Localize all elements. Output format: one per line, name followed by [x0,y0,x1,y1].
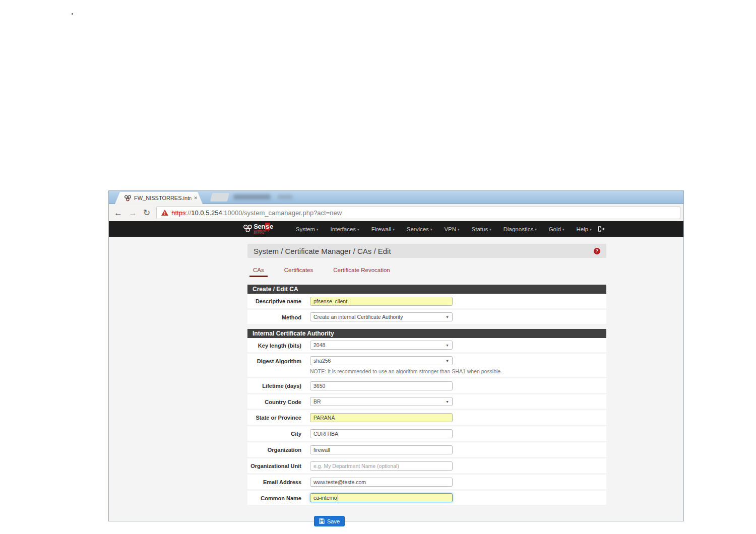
tab-cas[interactable]: CAs [249,267,268,277]
menu-status[interactable]: Status▾ [466,226,497,232]
browser-window: FW_NISSTORRES.intrane ✕ ← → ↻ https://10… [108,190,684,521]
reload-button[interactable]: ↻ [143,209,150,217]
url-host: 10.0.5.254 [191,209,222,217]
form-row-lifetime: Lifetime (days) [247,378,606,393]
browser-tab-strip: FW_NISSTORRES.intrane ✕ [109,191,683,204]
breadcrumb-bar: System / Certificate Manager / CAs / Edi… [247,244,606,258]
field-label: State or Province [247,413,301,422]
chevron-down-icon: ▾ [562,228,564,231]
panel-title: Create / Edit CA [247,285,606,294]
blurred-tab-text [233,194,271,199]
tab-certificate-revocation[interactable]: Certificate Revocation [330,267,394,277]
field-label: Descriptive name [247,296,301,306]
pfsense-favicon-icon [124,195,132,202]
field-label: City [247,429,301,438]
field-label: Key length (bits) [247,341,301,350]
field-label: Country Code [247,397,301,406]
pfsense-logo[interactable]: Sense COMMUNITY EDITION [243,223,280,235]
chevron-down-icon: ▾ [458,228,460,231]
chevron-down-icon: ▾ [590,228,592,231]
menu-gold[interactable]: Gold▾ [543,226,571,232]
field-label: Organization [247,445,301,454]
descriptive-name-input[interactable] [310,297,453,306]
digest-note: NOTE: It is recommended to use an algori… [310,368,502,374]
form-row-country-code: Country Code BR ▼ [247,394,606,409]
form-row-state: State or Province [247,410,606,425]
method-select[interactable]: Create an internal Certificate Authority… [310,312,453,321]
tab-certificates[interactable]: Certificates [281,267,317,277]
field-label: Common Name [247,493,301,502]
panel-internal-ca: Internal Certificate Authority Key lengt… [247,329,606,505]
chevron-down-icon: ▾ [430,228,432,231]
chevron-down-icon: ▾ [489,228,491,231]
desktop: FW_NISSTORRES.intrane ✕ ← → ↻ https://10… [0,0,756,534]
field-label: Digest Algorithm [247,356,301,374]
address-bar[interactable]: https://10.0.5.254:10000/system_camanage… [156,206,680,219]
tab-close-icon[interactable]: ✕ [194,195,198,201]
menu-vpn[interactable]: VPN▾ [438,226,465,232]
pfsense-logo-subtitle: COMMUNITY EDITION [254,230,280,235]
save-button[interactable]: Save [314,516,345,526]
url-separator: :// [185,209,191,217]
page-content: System / Certificate Manager / CAs / Edi… [109,237,683,526]
select-caret-icon: ▼ [446,400,449,404]
pfsense-logo-text: Sense [254,223,280,230]
menu-system[interactable]: System▾ [290,226,325,232]
panel-title: Internal Certificate Authority [247,329,606,338]
form-row-email: Email Address [247,475,606,489]
select-caret-icon: ▼ [446,359,449,363]
key-length-select[interactable]: 2048 ▼ [310,341,453,350]
country-code-select[interactable]: BR ▼ [310,397,453,406]
field-label: Lifetime (days) [247,381,301,390]
ssl-warning-icon[interactable] [161,210,168,216]
browser-tab-active[interactable]: FW_NISSTORRES.intrane ✕ [115,192,203,204]
section-tabs: CAs Certificates Certificate Revocation [247,267,606,277]
chevron-down-icon: ▾ [357,228,359,231]
breadcrumb: System / Certificate Manager / CAs / Edi… [254,247,391,255]
menu-firewall[interactable]: Firewall▾ [365,226,401,232]
tab-title: FW_NISSTORRES.intrane [134,195,192,201]
help-icon[interactable]: ? [594,248,600,254]
email-input[interactable] [310,478,453,487]
chevron-down-icon: ▾ [393,228,395,231]
url-path: :10000/system_camanager.php?act=new [222,209,342,217]
city-input[interactable] [310,429,453,438]
org-unit-input[interactable] [310,461,453,471]
common-name-input[interactable]: ca-interno [310,493,453,502]
blurred-tab-text [278,195,293,199]
form-row-descriptive-name: Descriptive name [247,294,606,308]
form-row-key-length: Key length (bits) 2048 ▼ [247,338,606,352]
field-label: Organizational Unit [247,461,301,471]
pfsense-navbar: Sense COMMUNITY EDITION System▾ Interfac… [109,221,683,237]
url-scheme: https [171,209,185,217]
menu-diagnostics[interactable]: Diagnostics▾ [497,226,543,232]
save-icon [319,518,325,524]
menu-interfaces[interactable]: Interfaces▾ [325,226,365,232]
form-row-city: City [247,426,606,441]
form-row-organization: Organization [247,442,606,457]
organization-input[interactable] [310,445,453,454]
back-button[interactable]: ← [114,209,122,217]
menu-help[interactable]: Help▾ [570,226,597,232]
pfsense-logo-icon [243,224,253,233]
field-label: Email Address [247,477,301,487]
text-cursor [338,495,338,501]
form-row-digest-algorithm: Digest Algorithm sha256 ▼ NOTE: It is re… [247,354,606,377]
logout-icon[interactable] [598,226,605,232]
state-input[interactable] [310,413,453,422]
blurred-background-tab[interactable] [210,193,229,202]
page-viewport: Sense COMMUNITY EDITION System▾ Interfac… [109,221,683,521]
field-label: Method [247,312,301,321]
lifetime-input[interactable] [310,381,453,390]
digest-algorithm-select[interactable]: sha256 ▼ [310,356,453,365]
browser-toolbar: ← → ↻ https://10.0.5.254:10000/system_ca… [109,204,683,221]
forward-button: → [129,209,137,217]
form-row-organizational-unit: Organizational Unit [247,458,606,473]
screen-artifact-dot [72,13,73,15]
form-row-method: Method Create an internal Certificate Au… [247,310,606,324]
select-caret-icon: ▼ [446,344,449,347]
select-caret-icon: ▼ [446,315,449,319]
chevron-down-icon: ▾ [535,228,537,231]
menu-services[interactable]: Services▾ [401,226,438,232]
chevron-down-icon: ▾ [317,228,319,231]
